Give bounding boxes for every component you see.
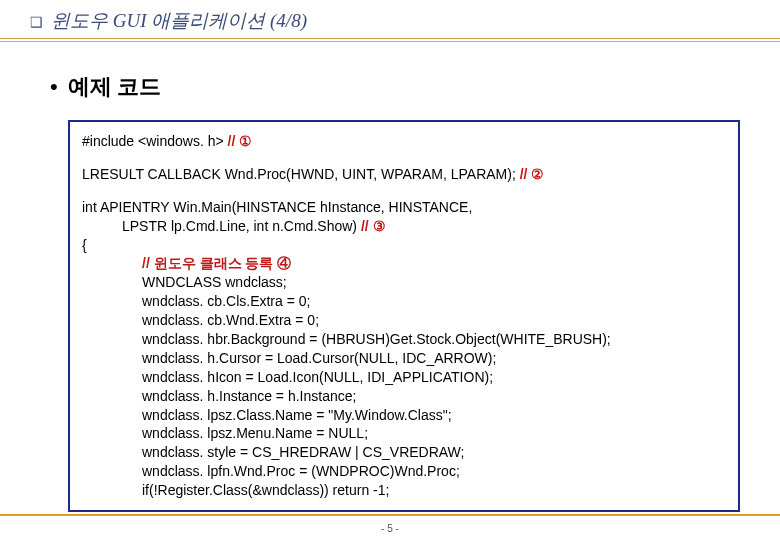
code-line: wndclass. h.Instance = h.Instance; <box>82 387 726 406</box>
header-bullet-icon: ❑ <box>30 14 43 30</box>
code-line: #include <windows. h> // ① <box>82 132 726 151</box>
code-line: wndclass. hIcon = Load.Icon(NULL, IDI_AP… <box>82 368 726 387</box>
footer-divider <box>0 514 780 516</box>
subtitle-bullet-icon: • <box>50 76 58 98</box>
subtitle-row: • 예제 코드 <box>50 72 740 102</box>
code-line: wndclass. style = CS_HREDRAW | CS_VREDRA… <box>82 443 726 462</box>
page-number: - 5 - <box>0 523 780 534</box>
code-line: LRESULT CALLBACK Wnd.Proc(HWND, UINT, WP… <box>82 165 726 184</box>
code-box: #include <windows. h> // ① LRESULT CALLB… <box>68 120 740 512</box>
slide-title: 윈도우 GUI 애플리케이션 (4/8) <box>51 8 307 34</box>
code-line: LPSTR lp.Cmd.Line, int n.Cmd.Show) // ③ <box>82 217 726 236</box>
slide-header: ❑ 윈도우 GUI 애플리케이션 (4/8) <box>0 0 780 39</box>
code-line: wndclass. lpsz.Menu.Name = NULL; <box>82 424 726 443</box>
code-line: wndclass. hbr.Background = (HBRUSH)Get.S… <box>82 330 726 349</box>
code-line: wndclass. lpsz.Class.Name = "My.Window.C… <box>82 406 726 425</box>
code-line: int APIENTRY Win.Main(HINSTANCE hInstanc… <box>82 198 726 217</box>
slide-body: • 예제 코드 #include <windows. h> // ① LRESU… <box>0 42 780 512</box>
subtitle-text: 예제 코드 <box>68 72 162 102</box>
code-line: wndclass. cb.Wnd.Extra = 0; <box>82 311 726 330</box>
code-line: wndclass. lpfn.Wnd.Proc = (WNDPROC)Wnd.P… <box>82 462 726 481</box>
code-line: WNDCLASS wndclass; <box>82 273 726 292</box>
code-line: if(!Register.Class(&wndclass)) return -1… <box>82 481 726 500</box>
code-line: { <box>82 236 726 255</box>
code-comment: // 윈도우 클래스 등록 ④ <box>82 254 726 273</box>
code-line: wndclass. h.Cursor = Load.Cursor(NULL, I… <box>82 349 726 368</box>
code-line: wndclass. cb.Cls.Extra = 0; <box>82 292 726 311</box>
